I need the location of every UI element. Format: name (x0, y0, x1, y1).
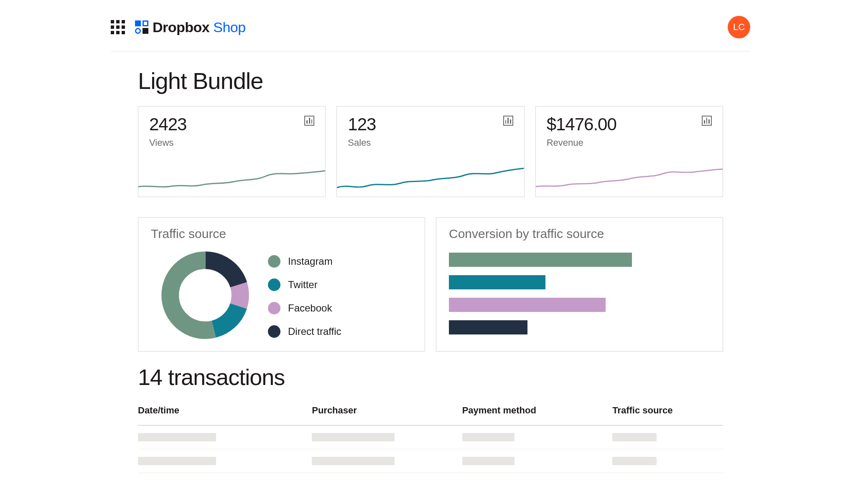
content: Light Bundle 2423 Views 123 Sales (138, 51, 723, 473)
views-sparkline (138, 163, 325, 197)
panel-title: Conversion by traffic source (449, 227, 710, 241)
brand-sub: Shop (213, 19, 245, 35)
brand-glyph-icon (135, 20, 148, 34)
legend-label: Twitter (288, 279, 318, 291)
header-left: Dropbox Shop (111, 19, 246, 35)
avatar[interactable]: LC (728, 16, 750, 38)
conversion-bars (449, 249, 710, 334)
legend-item-instagram: Instagram (268, 255, 341, 268)
transactions-title: 14 transactions (138, 364, 723, 390)
col-payment: Payment method (462, 405, 612, 416)
bar-chart-icon[interactable] (503, 116, 513, 126)
traffic-source-panel: Traffic source Instagram (138, 217, 425, 352)
skeleton-cell (462, 457, 515, 465)
brand-text: Dropbox Shop (153, 19, 246, 35)
conversion-panel: Conversion by traffic source (436, 217, 723, 352)
apps-grid-icon[interactable] (111, 20, 125, 34)
stat-label: Revenue (547, 137, 616, 148)
stat-label: Sales (348, 137, 376, 148)
legend-label: Instagram (288, 256, 333, 267)
brand-logo[interactable]: Dropbox Shop (135, 19, 246, 35)
bar-twitter (449, 275, 545, 289)
legend-label: Facebook (288, 302, 332, 314)
skeleton-cell (462, 433, 515, 441)
sales-sparkline (337, 163, 524, 197)
bar-chart-icon[interactable] (304, 116, 314, 126)
panels-row: Traffic source Instagram (138, 217, 723, 352)
table-row[interactable] (138, 449, 723, 473)
stat-card-revenue[interactable]: $1476.00 Revenue (535, 106, 723, 197)
col-source: Traffic source (612, 405, 723, 416)
skeleton-cell (312, 433, 395, 441)
skeleton-cell (138, 433, 216, 441)
brand-main: Dropbox (153, 19, 209, 35)
legend-item-twitter: Twitter (268, 279, 341, 291)
legend-item-direct: Direct traffic (268, 325, 341, 338)
skeleton-cell (312, 457, 395, 465)
bar-direct (449, 320, 527, 334)
table-row[interactable] (138, 425, 723, 449)
stat-value: 2423 (149, 116, 186, 133)
stat-card-views[interactable]: 2423 Views (138, 106, 326, 197)
bar-chart-icon[interactable] (702, 116, 712, 126)
skeleton-cell (612, 457, 657, 465)
transactions-header: Date/time Purchaser Payment method Traff… (138, 405, 723, 425)
legend-item-facebook: Facebook (268, 302, 341, 314)
panel-title: Traffic source (151, 227, 412, 241)
skeleton-cell (138, 457, 216, 465)
col-purchaser: Purchaser (312, 405, 462, 416)
legend-dot-icon (268, 279, 280, 291)
stat-value: $1476.00 (547, 116, 616, 133)
avatar-initials: LC (733, 22, 745, 33)
stat-card-sales[interactable]: 123 Sales (336, 106, 524, 197)
stat-cards-row: 2423 Views 123 Sales (138, 106, 723, 197)
svg-point-3 (170, 260, 240, 330)
bar-instagram (449, 253, 632, 267)
page-title: Light Bundle (138, 67, 723, 94)
legend-dot-icon (268, 255, 280, 268)
stat-label: Views (149, 137, 186, 148)
revenue-sparkline (536, 163, 723, 197)
legend: Instagram Twitter Facebook Direct traffi… (268, 253, 341, 338)
col-datetime: Date/time (138, 405, 312, 416)
legend-dot-icon (268, 302, 280, 314)
legend-dot-icon (268, 325, 280, 338)
stat-value: 123 (348, 116, 376, 133)
skeleton-cell (612, 433, 657, 441)
header: Dropbox Shop LC (111, 0, 750, 51)
bar-facebook (449, 298, 606, 312)
traffic-donut-chart (159, 249, 251, 341)
legend-label: Direct traffic (288, 326, 341, 337)
